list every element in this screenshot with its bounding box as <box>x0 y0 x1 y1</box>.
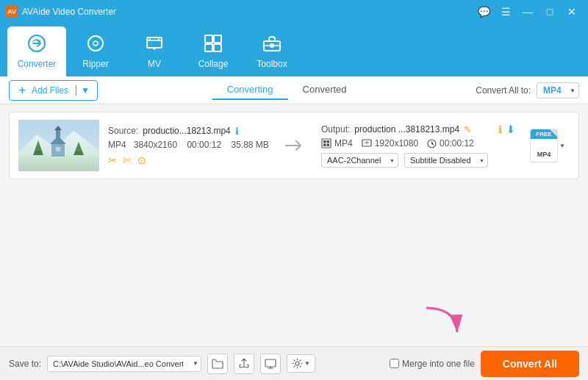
chat-button[interactable]: 💬 <box>473 4 494 20</box>
source-duration: 00:00:12 <box>187 140 221 150</box>
output-download-icon[interactable]: ⬇ <box>506 123 515 135</box>
window-controls: 💬 ☰ — □ ✕ <box>473 4 582 20</box>
minimize-button[interactable]: — <box>517 4 538 20</box>
convert-all-to-label: Convert All to: <box>476 85 531 96</box>
main-content: Source: productio...18213.mp4 ℹ MP4 3840… <box>0 104 588 346</box>
toolbox-icon <box>262 34 282 56</box>
mp4-file-icon[interactable]: FREE MP4 <box>530 129 558 162</box>
svg-rect-25 <box>323 144 326 147</box>
tab-mv-label: MV <box>148 59 161 69</box>
audio-select[interactable]: AAC-2Channel AAC-Stereo AAC-5.1 <box>321 153 398 168</box>
source-label: Source: <box>108 126 138 136</box>
settings-wrap: ▼ <box>287 354 315 373</box>
mp4-corner <box>550 129 557 137</box>
output-resolution-item: 1920x1080 <box>362 138 418 148</box>
converter-icon <box>27 34 46 56</box>
svg-point-2 <box>93 41 98 46</box>
ripper-icon <box>86 34 105 56</box>
usb-button[interactable] <box>234 354 254 374</box>
svg-rect-24 <box>327 140 330 143</box>
output-label: Output: <box>321 124 350 135</box>
mp4-dropdown-arrow[interactable]: ▼ <box>559 143 565 149</box>
trim-icon[interactable]: ✄ <box>123 154 132 166</box>
file-info: Source: productio...18213.mp4 ℹ MP4 3840… <box>108 126 270 166</box>
svg-rect-7 <box>214 44 221 51</box>
format-select-wrap: MP4 MKV AVI MOV <box>537 82 579 98</box>
tab-ripper-label: Ripper <box>82 59 108 69</box>
svg-rect-23 <box>323 140 326 143</box>
save-path-dropdown-icon[interactable]: ▼ <box>193 360 198 367</box>
source-info-icon[interactable]: ℹ <box>235 126 239 137</box>
add-files-button[interactable]: ＋ Add Files ▼ <box>9 80 98 101</box>
collage-icon <box>204 34 223 56</box>
merge-label[interactable]: Merge into one file <box>402 359 475 369</box>
footer: Save to: ▼ ▼ Merge into one file Con <box>0 346 588 380</box>
output-codec: MP4 <box>334 138 353 148</box>
svg-rect-5 <box>214 35 221 43</box>
maximize-button[interactable]: □ <box>539 4 560 20</box>
folder-browse-button[interactable] <box>207 354 228 374</box>
menu-button[interactable]: ☰ <box>495 4 516 20</box>
subtitle-select[interactable]: Subtitle Disabled Subtitle Enabled <box>404 153 488 168</box>
source-resolution: 3840x2160 <box>134 140 177 150</box>
format-select[interactable]: MP4 MKV AVI MOV <box>537 82 579 98</box>
cut-icon[interactable]: ✂ <box>108 154 117 166</box>
thumbnail <box>18 120 99 171</box>
edit-icon[interactable]: ⊙ <box>137 154 146 166</box>
file-actions: ✂ ✄ ⊙ <box>108 154 270 166</box>
merge-checkbox[interactable] <box>390 359 399 368</box>
nav-tabs: Converter Ripper MV <box>0 24 588 76</box>
tab-toolbox-label: Toolbox <box>257 59 287 69</box>
title-bar-left: AV AVAide Video Converter <box>6 6 116 18</box>
tab-mv[interactable]: MV <box>125 26 184 76</box>
svg-point-31 <box>295 362 299 365</box>
svg-rect-30 <box>265 359 276 367</box>
file-meta: MP4 3840x2160 00:00:12 35.88 MB <box>108 140 270 150</box>
save-to-label: Save to: <box>9 359 41 369</box>
app-title: AVAide Video Converter <box>22 7 116 17</box>
output-details: MP4 1920x1080 00:00:12 <box>321 138 515 148</box>
save-path-wrap: ▼ <box>47 356 201 372</box>
output-info-icon[interactable]: ℹ <box>498 123 502 135</box>
toolbar-right: Convert All to: MP4 MKV AVI MOV <box>476 82 579 98</box>
mp4-text: MP4 <box>537 151 551 158</box>
convert-all-button[interactable]: Convert All <box>481 351 579 377</box>
save-path-input[interactable] <box>47 356 201 372</box>
tab-toolbox[interactable]: Toolbox <box>243 26 301 76</box>
converted-tab[interactable]: Converted <box>288 80 362 100</box>
converting-tab[interactable]: Converting <box>212 80 288 100</box>
svg-point-1 <box>88 36 103 51</box>
settings-button[interactable]: ▼ <box>287 354 315 373</box>
svg-rect-9 <box>270 44 273 47</box>
svg-rect-22 <box>322 139 331 148</box>
app-icon: AV <box>6 6 18 18</box>
arrow-section <box>279 138 312 153</box>
source-size: 35.88 MB <box>232 140 269 150</box>
toolbar-left: ＋ Add Files ▼ <box>9 80 98 101</box>
tab-converter[interactable]: Converter <box>7 26 66 76</box>
output-duration-item: 00:00:12 <box>427 138 474 148</box>
toolbar: ＋ Add Files ▼ Converting Converted Conve… <box>0 76 588 104</box>
output-duration: 00:00:12 <box>440 138 474 148</box>
tv-button[interactable] <box>260 354 281 374</box>
svg-rect-4 <box>205 35 212 43</box>
tab-ripper[interactable]: Ripper <box>66 26 125 76</box>
merge-checkbox-wrap: Merge into one file <box>390 359 475 369</box>
output-edit-icon[interactable]: ✎ <box>464 124 472 135</box>
add-files-dropdown-icon[interactable]: ▼ <box>76 85 90 96</box>
close-button[interactable]: ✕ <box>562 4 582 20</box>
file-source: Source: productio...18213.mp4 ℹ <box>108 126 270 137</box>
output-resolution: 1920x1080 <box>375 138 418 148</box>
audio-select-wrap: AAC-2Channel AAC-Stereo AAC-5.1 <box>321 153 398 168</box>
add-icon: ＋ <box>17 84 27 97</box>
tab-collage[interactable]: Collage <box>184 26 243 76</box>
add-files-label: Add Files <box>32 85 68 96</box>
output-filename: production ...3818213.mp4 <box>354 124 459 135</box>
mp4-icon-wrap: FREE MP4 ▼ <box>530 129 558 162</box>
tab-collage-label: Collage <box>198 59 229 69</box>
svg-rect-12 <box>18 155 99 171</box>
settings-dropdown-icon[interactable]: ▼ <box>304 360 310 367</box>
subtitle-select-wrap: Subtitle Disabled Subtitle Enabled <box>404 153 488 168</box>
toolbar-tabs: Converting Converted <box>212 80 362 100</box>
tab-converter-label: Converter <box>18 59 57 69</box>
